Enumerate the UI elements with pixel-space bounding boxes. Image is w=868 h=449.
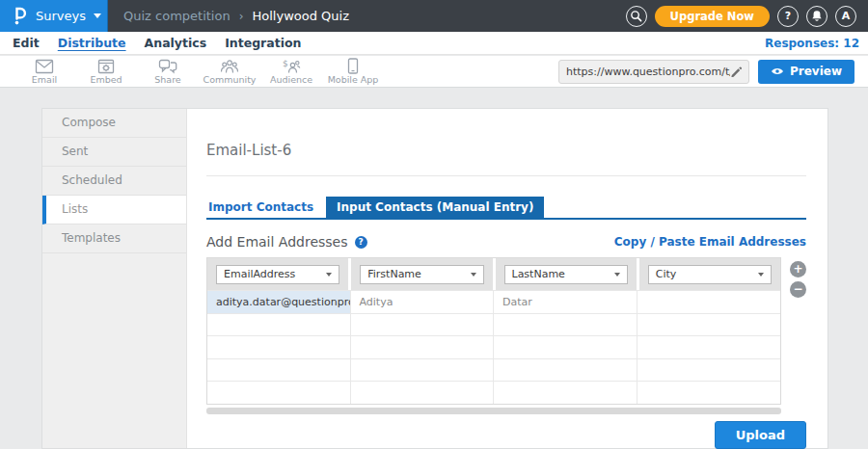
contacts-tabs: Import Contacts Input Contacts (Manual E…	[206, 197, 806, 220]
toolbar-item-email[interactable]: Email	[14, 59, 75, 85]
email-sidebar: Compose Sent Scheduled Lists Templates	[42, 109, 187, 448]
toolbar-item-mobile-app[interactable]: Mobile App	[322, 58, 384, 85]
topbar-actions: Upgrade Now ? A	[626, 6, 868, 27]
cell-city[interactable]	[637, 336, 781, 358]
breadcrumb-separator-icon: ›	[239, 10, 244, 23]
breadcrumb-survey-name: Hollywood Quiz	[252, 9, 348, 23]
nav-item-integration[interactable]: Integration	[225, 36, 301, 50]
nav-item-edit[interactable]: Edit	[13, 36, 40, 50]
contacts-table: EmailAddress FirstName LastName	[206, 257, 781, 405]
add-email-addresses-label: Add Email Addresses	[206, 234, 348, 250]
column-select-lastname-value: LastName	[512, 268, 565, 280]
cell-firstname[interactable]	[351, 314, 495, 336]
avatar[interactable]: A	[835, 6, 856, 27]
surveys-menu-label: Surveys	[36, 9, 86, 23]
survey-nav: Edit Distribute Analytics Integration Re…	[0, 32, 868, 55]
cell-lastname[interactable]	[494, 336, 637, 358]
cell-email[interactable]	[207, 314, 351, 336]
breadcrumb-folder[interactable]: Quiz competition	[123, 9, 231, 23]
audience-dollar-people-icon: $	[282, 59, 301, 74]
select-caret-icon	[614, 273, 620, 277]
header-cell-city: City	[639, 258, 780, 290]
mobile-phone-icon	[347, 58, 359, 74]
cell-city[interactable]	[637, 291, 781, 313]
toolbar-label-share: Share	[154, 74, 180, 85]
search-icon	[630, 10, 642, 22]
add-emails-header-row: Add Email Addresses ? Copy / Paste Email…	[206, 234, 806, 250]
toolbar-item-embed[interactable]: Embed	[75, 59, 137, 85]
copy-paste-emails-link[interactable]: Copy / Paste Email Addresses	[614, 235, 806, 249]
cell-lastname[interactable]: Datar	[494, 291, 637, 313]
header-cell-lastname: LastName	[496, 258, 637, 290]
community-people-icon	[220, 59, 239, 74]
help-circle-icon[interactable]: ?	[355, 236, 367, 249]
survey-url-text: https://www.questionpro.com/t/APNrFZ	[566, 66, 730, 78]
cell-city[interactable]	[637, 314, 781, 336]
cell-firstname[interactable]	[351, 382, 495, 404]
cell-email[interactable]	[207, 336, 351, 358]
contacts-table-header: EmailAddress FirstName LastName	[207, 258, 780, 290]
cell-email[interactable]	[207, 382, 351, 404]
sidebar-item-sent[interactable]: Sent	[42, 138, 186, 167]
horizontal-scrollbar[interactable]	[206, 408, 781, 414]
list-content: Email-List-6 Import Contacts Input Conta…	[187, 109, 827, 448]
column-select-lastname[interactable]: LastName	[504, 265, 628, 284]
notifications-button[interactable]	[806, 6, 827, 27]
cell-firstname[interactable]	[351, 359, 495, 382]
surveys-product-menu[interactable]: Surveys	[0, 0, 108, 32]
sidebar-item-scheduled[interactable]: Scheduled	[42, 167, 186, 196]
toolbar-label-embed: Embed	[90, 74, 122, 85]
cell-firstname[interactable]	[351, 336, 495, 358]
add-row-button[interactable]: +	[790, 261, 806, 277]
toolbar-item-share[interactable]: Share	[137, 59, 199, 85]
nav-item-distribute[interactable]: Distribute	[58, 36, 126, 50]
cell-lastname[interactable]	[494, 359, 637, 382]
email-envelope-icon	[35, 59, 54, 74]
table-row	[207, 313, 780, 336]
top-bar: Surveys Quiz competition › Hollywood Qui…	[0, 0, 868, 32]
nav-item-analytics[interactable]: Analytics	[145, 36, 207, 50]
cell-email[interactable]: aditya.datar@questionpro.com	[207, 291, 351, 313]
sidebar-item-templates[interactable]: Templates	[42, 224, 186, 253]
survey-url-input[interactable]: https://www.questionpro.com/t/APNrFZ	[558, 60, 749, 84]
edit-url-pencil-icon[interactable]	[730, 66, 742, 77]
header-cell-emailaddress: EmailAddress	[207, 258, 348, 290]
column-select-firstname[interactable]: FirstName	[360, 265, 483, 284]
column-select-firstname-value: FirstName	[367, 268, 421, 280]
cell-city[interactable]	[637, 382, 781, 404]
search-button[interactable]	[626, 6, 647, 27]
cell-lastname[interactable]	[494, 314, 637, 336]
eye-icon	[771, 66, 784, 76]
cell-lastname[interactable]	[494, 382, 637, 404]
sidebar-item-compose[interactable]: Compose	[42, 109, 186, 138]
bell-icon	[811, 10, 823, 22]
column-select-city-value: City	[656, 268, 677, 280]
chevron-down-icon	[94, 13, 101, 18]
help-button[interactable]: ?	[777, 6, 799, 27]
column-select-emailaddress[interactable]: EmailAddress	[216, 265, 339, 284]
toolbar-label-audience: Audience	[270, 74, 312, 85]
select-caret-icon	[326, 273, 332, 277]
preview-button[interactable]: Preview	[758, 60, 854, 84]
cell-firstname[interactable]: Aditya	[351, 291, 495, 313]
share-chat-bubbles-icon	[158, 59, 177, 74]
select-caret-icon	[471, 273, 476, 277]
column-select-city[interactable]: City	[648, 265, 772, 284]
tab-import-contacts[interactable]: Import Contacts	[206, 197, 326, 218]
email-list-title: Email-List-6	[206, 142, 806, 159]
table-row: aditya.datar@questionpro.com Aditya Data…	[207, 290, 780, 313]
toolbar-item-audience[interactable]: $ Audience	[260, 59, 322, 85]
toolbar-label-mobile-app: Mobile App	[328, 74, 379, 85]
cell-email[interactable]	[207, 359, 351, 382]
cell-city[interactable]	[637, 359, 781, 382]
upgrade-now-button[interactable]: Upgrade Now	[655, 6, 770, 27]
tab-input-contacts-manual[interactable]: Input Contacts (Manual Entry)	[326, 197, 544, 218]
questionpro-logo-icon	[13, 7, 27, 25]
toolbar-label-email: Email	[32, 74, 57, 85]
table-row	[207, 358, 780, 382]
toolbar-item-community[interactable]: Community	[199, 59, 260, 85]
upload-button[interactable]: Upload	[715, 421, 806, 449]
remove-row-button[interactable]: −	[790, 281, 806, 298]
sidebar-item-lists[interactable]: Lists	[42, 196, 186, 224]
responses-count[interactable]: Responses: 12	[765, 37, 859, 50]
